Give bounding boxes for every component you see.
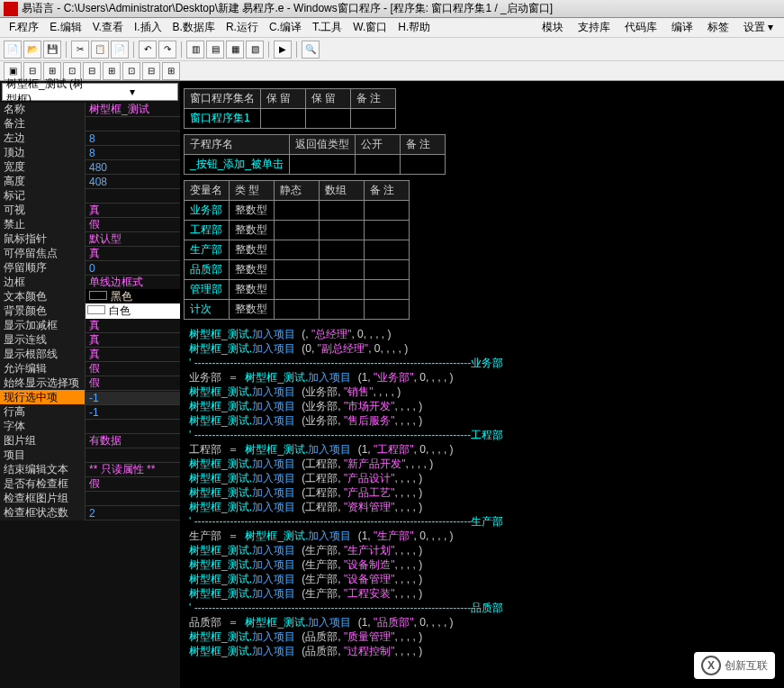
menu-compile2[interactable]: 编译 xyxy=(664,20,700,35)
app-icon xyxy=(4,2,18,16)
subroutine-table: 子程序名 返回值类型 公开 备 注 _按钮_添加_被单击 xyxy=(184,134,446,175)
prop-row-备注[interactable]: 备注 xyxy=(0,117,180,131)
cut-button[interactable]: ✂ xyxy=(71,41,89,59)
code-lines[interactable]: 树型框_测试.加入项目 (, "总经理", 0, , , , )树型框_测试.加… xyxy=(184,327,780,658)
menu-insert[interactable]: I.插入 xyxy=(129,20,167,35)
prop-row-现行选中项[interactable]: 现行选中项-1 xyxy=(0,391,180,405)
align-6[interactable]: ⊞ xyxy=(103,62,121,80)
align-9[interactable]: ⊞ xyxy=(162,62,180,80)
prop-row-是否有检查框[interactable]: 是否有检查框假 xyxy=(0,477,180,492)
prop-row-边框[interactable]: 边框单线边框式 xyxy=(0,276,180,290)
prop-row-背景颜色[interactable]: 背景颜色白色 xyxy=(0,304,180,319)
menu-edit[interactable]: E.编辑 xyxy=(44,20,86,35)
chevron-down-icon: ▾ xyxy=(90,86,174,98)
menu-module[interactable]: 模块 xyxy=(535,20,571,35)
prop-row-允许编辑[interactable]: 允许编辑假 xyxy=(0,362,180,376)
copy-button[interactable]: 📋 xyxy=(91,41,109,59)
watermark: X 创新互联 xyxy=(694,652,775,679)
prop-row-宽度[interactable]: 宽度480 xyxy=(0,160,180,175)
property-grid[interactable]: 名称树型框_测试备注左边8顶边8宽度480高度408标记可视真禁止假鼠标指针默认… xyxy=(0,103,180,688)
prop-row-行高[interactable]: 行高-1 xyxy=(0,405,180,420)
prop-row-检查框状态数[interactable]: 检查框状态数2 xyxy=(0,506,180,521)
prop-row-图片组[interactable]: 图片组有数据 xyxy=(0,434,180,448)
prop-row-显示根部线[interactable]: 显示根部线真 xyxy=(0,348,180,362)
new-button[interactable]: 📄 xyxy=(4,41,22,59)
find-button[interactable]: 🔍 xyxy=(302,41,320,59)
menu-code-lib[interactable]: 代码库 xyxy=(617,20,664,35)
prop-row-禁止[interactable]: 禁止假 xyxy=(0,218,180,232)
open-button[interactable]: 📂 xyxy=(23,41,41,59)
paste-button[interactable]: 📄 xyxy=(111,41,129,59)
layout-button-3[interactable]: ▦ xyxy=(226,41,244,59)
prop-row-显示加减框[interactable]: 显示加减框真 xyxy=(0,319,180,333)
assembly-table: 窗口程序集名 保 留 保 留 备 注 窗口程序集1 xyxy=(184,88,396,129)
menubar: F.程序 E.编辑 V.查看 I.插入 B.数据库 R.运行 C.编译 T.工具… xyxy=(0,18,784,38)
prop-row-项目[interactable]: 项目 xyxy=(0,448,180,463)
prop-row-停留顺序[interactable]: 停留顺序0 xyxy=(0,261,180,276)
toolbar-main: 📄 📂 💾 ✂ 📋 📄 ↶ ↷ ▥ ▤ ▦ ▧ ▶ 🔍 xyxy=(0,38,784,61)
prop-row-顶边[interactable]: 顶边8 xyxy=(0,146,180,160)
menu-compile[interactable]: C.编译 xyxy=(264,20,307,35)
prop-row-标记[interactable]: 标记 xyxy=(0,189,180,204)
layout-button-4[interactable]: ▧ xyxy=(246,41,264,59)
titlebar: 易语言 - C:\Users\Administrator\Desktop\新建 … xyxy=(0,0,784,18)
menu-run[interactable]: R.运行 xyxy=(221,20,264,35)
prop-row-结束编辑文本[interactable]: 结束编辑文本** 只读属性 ** xyxy=(0,463,180,477)
menu-tags[interactable]: 标签 xyxy=(700,20,736,35)
property-panel: 树型框_测试 (树型框) ▾ 名称树型框_测试备注左边8顶边8宽度480高度40… xyxy=(0,81,180,688)
prop-row-可停留焦点[interactable]: 可停留焦点真 xyxy=(0,247,180,261)
layout-button-2[interactable]: ▤ xyxy=(206,41,224,59)
prop-row-可视[interactable]: 可视真 xyxy=(0,204,180,218)
prop-row-显示连线[interactable]: 显示连线真 xyxy=(0,333,180,348)
object-selector[interactable]: 树型框_测试 (树型框) ▾ xyxy=(2,83,178,101)
undo-button[interactable]: ↶ xyxy=(139,41,157,59)
prop-row-高度[interactable]: 高度408 xyxy=(0,175,180,189)
variable-table: 变量名类 型静态数组备 注业务部整数型工程部整数型生产部整数型品质部整数型管理部… xyxy=(184,180,410,320)
menu-help[interactable]: H.帮助 xyxy=(392,20,436,35)
menu-view[interactable]: V.查看 xyxy=(87,20,129,35)
prop-row-检查框图片组[interactable]: 检查框图片组 xyxy=(0,492,180,506)
menu-program[interactable]: F.程序 xyxy=(4,20,44,35)
prop-row-左边[interactable]: 左边8 xyxy=(0,131,180,146)
prop-row-字体[interactable]: 字体 xyxy=(0,420,180,434)
menu-support-lib[interactable]: 支持库 xyxy=(571,20,617,35)
menu-settings[interactable]: 设置 ▾ xyxy=(736,20,780,35)
align-8[interactable]: ⊟ xyxy=(142,62,160,80)
run-button[interactable]: ▶ xyxy=(274,41,292,59)
align-7[interactable]: ⊡ xyxy=(122,62,140,80)
save-button[interactable]: 💾 xyxy=(43,41,61,59)
prop-row-名称[interactable]: 名称树型框_测试 xyxy=(0,103,180,117)
menu-window[interactable]: W.窗口 xyxy=(347,20,392,35)
window-title: 易语言 - C:\Users\Administrator\Desktop\新建 … xyxy=(22,1,780,16)
prop-row-鼠标指针[interactable]: 鼠标指针默认型 xyxy=(0,232,180,247)
toolbar-align: ▣ ⊟ ⊞ ⊡ ⊟ ⊞ ⊡ ⊟ ⊞ xyxy=(0,61,784,81)
menu-tools[interactable]: T.工具 xyxy=(307,20,347,35)
prop-row-文本颜色[interactable]: 文本颜色黑色 xyxy=(0,290,180,304)
prop-row-始终显示选择项[interactable]: 始终显示选择项假 xyxy=(0,376,180,391)
layout-button-1[interactable]: ▥ xyxy=(186,41,204,59)
redo-button[interactable]: ↷ xyxy=(158,41,176,59)
code-editor[interactable]: 窗口程序集名 保 留 保 留 备 注 窗口程序集1 子程序名 返回值类型 公开 … xyxy=(180,81,784,688)
menu-database[interactable]: B.数据库 xyxy=(167,20,221,35)
